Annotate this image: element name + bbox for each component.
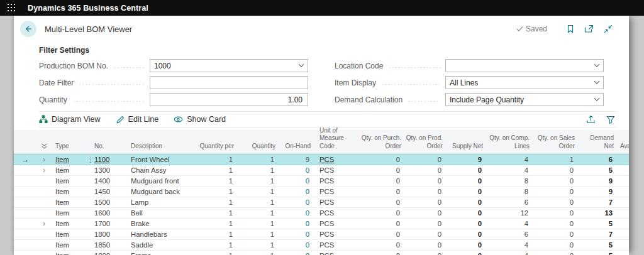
cell-no[interactable]: ⋮ 1300 bbox=[87, 166, 125, 174]
table-row[interactable]: Item ⋮ 1850 Saddle 1 1 0 PCS 0 0 0 4 0 5 bbox=[14, 240, 629, 251]
column-header-quantity-per[interactable]: Quantity per bbox=[197, 143, 238, 151]
row-more-options-icon[interactable]: ⋮ bbox=[87, 156, 94, 163]
funnel-icon[interactable] bbox=[606, 115, 615, 124]
cell-on-hand[interactable]: 0 bbox=[279, 166, 314, 174]
cell-on-hand[interactable]: 0 bbox=[279, 220, 314, 227]
column-header-type[interactable]: Type bbox=[52, 143, 87, 151]
location-code-input[interactable] bbox=[445, 59, 604, 72]
column-header-demand-net[interactable]: Demand Net bbox=[579, 134, 618, 150]
cell-description[interactable]: Brake bbox=[125, 220, 197, 227]
demand-calculation-select[interactable] bbox=[445, 93, 604, 106]
chevron-down-icon[interactable] bbox=[594, 80, 600, 85]
cell-description[interactable]: Front Wheel bbox=[125, 156, 197, 163]
table-row[interactable]: Item ⋮ 1450 Mudguard back 1 1 0 PCS 0 0 … bbox=[14, 187, 629, 197]
cell-type[interactable]: Item bbox=[52, 166, 87, 174]
cell-on-hand[interactable]: 0 bbox=[279, 209, 314, 217]
cell-uom[interactable]: PCS bbox=[314, 198, 360, 206]
cell-uom[interactable]: PCS bbox=[314, 241, 360, 249]
column-header-no[interactable]: No. bbox=[87, 143, 125, 151]
column-header-supply-net[interactable]: Supply Net bbox=[447, 143, 487, 151]
cell-description[interactable]: Handlebars bbox=[125, 231, 197, 238]
cell-uom[interactable]: PCS bbox=[314, 220, 360, 227]
cell-no[interactable]: ⋮ 1700 bbox=[87, 220, 125, 227]
cell-description[interactable]: Lamp bbox=[125, 198, 197, 206]
cell-description[interactable]: Saddle bbox=[125, 241, 197, 249]
table-row[interactable]: › Item ⋮ 1300 Chain Assy 1 1 0 PCS 0 0 0… bbox=[14, 165, 629, 176]
column-header-on-hand[interactable]: On-Hand bbox=[279, 143, 314, 151]
cell-on-hand[interactable]: 0 bbox=[279, 241, 314, 249]
column-header-available[interactable]: Ava bbox=[618, 143, 629, 151]
cell-uom[interactable]: PCS bbox=[314, 209, 360, 217]
cell-type[interactable]: Item bbox=[52, 177, 87, 185]
item-no-link[interactable]: 1600 bbox=[94, 209, 110, 217]
table-row[interactable]: › Item ⋮ 1700 Brake 1 1 0 PCS 0 0 0 4 0 … bbox=[14, 219, 629, 229]
chevron-down-icon[interactable] bbox=[594, 97, 600, 102]
back-button[interactable] bbox=[20, 21, 36, 37]
cell-on-hand[interactable]: 0 bbox=[279, 252, 314, 255]
cell-on-hand[interactable]: 9 bbox=[279, 156, 314, 163]
cell-no[interactable]: ⋮ 1500 bbox=[87, 198, 125, 206]
cell-on-hand[interactable]: 0 bbox=[279, 231, 314, 238]
production-bom-no-input[interactable] bbox=[150, 59, 308, 72]
item-no-link[interactable]: 1700 bbox=[94, 220, 110, 227]
table-row[interactable]: Item ⋮ 1400 Mudguard front 1 1 0 PCS 0 0… bbox=[14, 176, 629, 187]
table-row[interactable]: Item ⋮ 1600 Bell 1 1 0 PCS 0 0 0 12 0 13 bbox=[14, 208, 629, 219]
date-filter-input[interactable] bbox=[150, 76, 308, 89]
chevron-down-icon[interactable] bbox=[298, 63, 304, 68]
expand-chevron-icon[interactable]: › bbox=[36, 220, 52, 227]
collapse-icon[interactable] bbox=[603, 24, 613, 34]
column-header-qty-comp[interactable]: Qty. on Comp. Lines bbox=[487, 134, 533, 150]
cell-no[interactable]: ⋮ 1800 bbox=[87, 231, 125, 238]
quantity-input[interactable] bbox=[150, 93, 308, 106]
cell-type[interactable]: Item bbox=[52, 241, 87, 249]
select-all-double-chevron-icon[interactable] bbox=[36, 143, 52, 150]
expand-chevron-icon[interactable]: › bbox=[36, 156, 52, 163]
item-display-select[interactable] bbox=[445, 76, 604, 89]
table-row[interactable]: Item ⋮ 1500 Lamp 1 1 0 PCS 0 0 0 6 0 7 bbox=[14, 197, 629, 208]
item-no-link[interactable]: 1450 bbox=[94, 188, 110, 195]
item-no-link[interactable]: 1850 bbox=[94, 241, 110, 249]
cell-type[interactable]: Item bbox=[52, 188, 87, 195]
item-no-link[interactable]: 1400 bbox=[94, 177, 110, 185]
cell-uom[interactable]: PCS bbox=[314, 166, 360, 174]
cell-no[interactable]: ⋮ 1400 bbox=[87, 177, 125, 185]
cell-type[interactable]: Item bbox=[52, 231, 87, 238]
cell-no[interactable]: ⋮ 1100 bbox=[87, 156, 125, 163]
cell-uom[interactable]: PCS bbox=[314, 156, 360, 163]
share-icon[interactable] bbox=[586, 115, 596, 124]
cell-no[interactable]: ⋮ 1450 bbox=[87, 188, 125, 195]
cell-description[interactable]: Bell bbox=[125, 209, 197, 217]
cell-on-hand[interactable]: 0 bbox=[279, 188, 314, 195]
cell-on-hand[interactable]: 0 bbox=[279, 198, 314, 206]
item-no-link[interactable]: 1900 bbox=[94, 252, 110, 255]
cell-type[interactable]: Item bbox=[52, 156, 87, 163]
item-no-link[interactable]: 1500 bbox=[94, 198, 110, 206]
column-header-description[interactable]: Description bbox=[125, 143, 197, 151]
table-row[interactable]: → › Item ⋮ 1100 Front Wheel 1 1 9 PCS 0 … bbox=[14, 154, 629, 165]
cell-description[interactable]: Frame bbox=[125, 252, 197, 255]
show-card-button[interactable]: Show Card bbox=[174, 115, 226, 124]
bookmark-icon[interactable] bbox=[565, 24, 575, 34]
cell-type[interactable]: Item bbox=[52, 220, 87, 227]
app-launcher-waffle-icon[interactable] bbox=[8, 4, 16, 12]
column-header-quantity[interactable]: Quantity bbox=[238, 143, 279, 151]
cell-type[interactable]: Item bbox=[52, 209, 87, 217]
cell-no[interactable]: ⋮ 1600 bbox=[87, 209, 125, 217]
cell-uom[interactable]: PCS bbox=[314, 177, 360, 185]
cell-type[interactable]: Item bbox=[52, 252, 87, 255]
cell-uom[interactable]: PCS bbox=[314, 252, 360, 255]
item-no-link[interactable]: 1100 bbox=[94, 156, 109, 163]
item-no-link[interactable]: 1300 bbox=[94, 166, 110, 174]
open-window-icon[interactable] bbox=[584, 24, 594, 34]
table-row[interactable]: Item ⋮ 1800 Handlebars 1 1 0 PCS 0 0 0 6… bbox=[14, 229, 629, 240]
cell-no[interactable]: ⋮ 1900 bbox=[87, 252, 125, 255]
item-no-link[interactable]: 1800 bbox=[94, 231, 110, 238]
chevron-down-icon[interactable] bbox=[594, 63, 600, 68]
cell-description[interactable]: Mudguard back bbox=[125, 188, 197, 195]
cell-description[interactable]: Chain Assy bbox=[125, 166, 197, 174]
app-title[interactable]: Dynamics 365 Business Central bbox=[28, 4, 148, 13]
diagram-view-button[interactable]: Diagram View bbox=[39, 115, 101, 124]
cell-uom[interactable]: PCS bbox=[314, 188, 360, 195]
cell-no[interactable]: ⋮ 1850 bbox=[87, 241, 125, 249]
cell-type[interactable]: Item bbox=[52, 198, 87, 206]
